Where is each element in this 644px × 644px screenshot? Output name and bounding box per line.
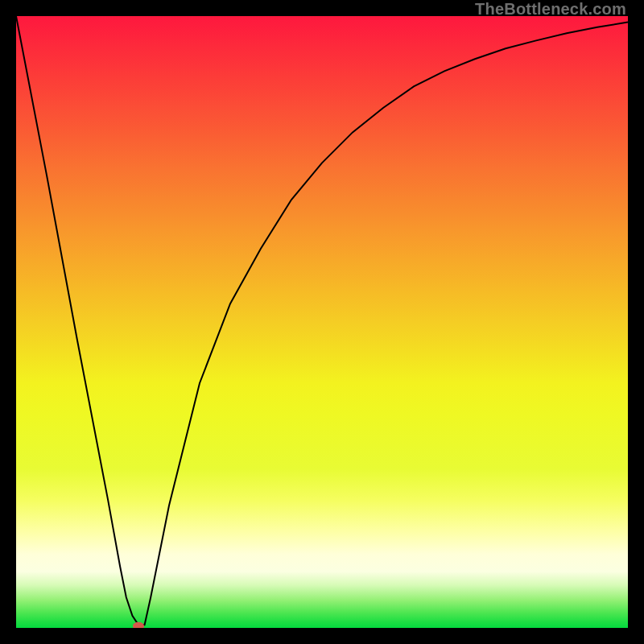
gradient-background [16, 16, 628, 628]
watermark-text: TheBottleneck.com [475, 0, 626, 19]
bottleneck-chart [16, 16, 628, 628]
chart-frame [16, 16, 628, 628]
